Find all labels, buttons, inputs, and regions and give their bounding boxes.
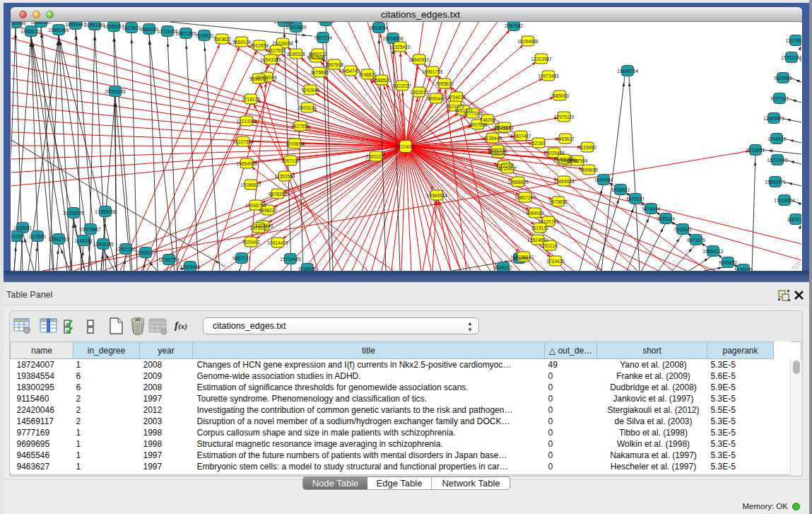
svg-text:1145194: 1145194 [74, 238, 93, 243]
svg-text:16671355: 16671355 [175, 31, 196, 36]
svg-text:1733426: 1733426 [546, 259, 565, 264]
svg-text:11123936: 11123936 [786, 38, 801, 43]
svg-text:2867608: 2867608 [325, 62, 343, 67]
svg-text:8912954: 8912954 [250, 43, 269, 48]
svg-text:29975867: 29975867 [80, 227, 101, 232]
svg-text:8471676: 8471676 [687, 238, 705, 243]
svg-text:3875685: 3875685 [310, 70, 329, 75]
svg-text:5460112: 5460112 [309, 52, 327, 57]
svg-text:16033809: 16033809 [286, 25, 307, 30]
svg-text:2718176: 2718176 [242, 97, 260, 102]
svg-text:2935114: 2935114 [657, 216, 675, 221]
svg-text:2803144: 2803144 [298, 105, 317, 110]
svg-text:1615152: 1615152 [531, 226, 549, 230]
svg-text:8427552: 8427552 [291, 124, 310, 129]
svg-text:12942757: 12942757 [48, 237, 69, 242]
svg-text:3215955: 3215955 [746, 148, 765, 153]
svg-text:7663822: 7663822 [213, 37, 231, 42]
svg-text:16089998: 16089998 [11, 22, 26, 25]
svg-text:9794028: 9794028 [447, 95, 466, 100]
svg-text:18724007: 18724007 [395, 144, 416, 149]
svg-text:7625402: 7625402 [242, 240, 260, 245]
svg-text:12975115: 12975115 [554, 115, 575, 119]
svg-text:19546337: 19546337 [30, 22, 52, 25]
svg-text:9227342: 9227342 [770, 96, 789, 101]
svg-text:13524851: 13524851 [527, 238, 548, 243]
svg-text:17359938: 17359938 [95, 209, 116, 214]
svg-text:23002271: 23002271 [365, 154, 387, 159]
svg-text:3624551: 3624551 [495, 125, 514, 130]
svg-text:1115681: 1115681 [29, 234, 47, 239]
svg-text:1362615: 1362615 [410, 90, 428, 95]
svg-text:10973493: 10973493 [538, 74, 559, 78]
svg-text:16961755: 16961755 [422, 69, 443, 74]
svg-text:10655257: 10655257 [103, 24, 124, 29]
svg-text:4720407: 4720407 [498, 166, 517, 171]
svg-text:14055721: 14055721 [20, 29, 42, 34]
svg-text:12093873: 12093873 [763, 116, 784, 121]
svg-text:6497508: 6497508 [469, 122, 487, 127]
svg-text:9486322: 9486322 [488, 148, 507, 153]
svg-text:9329966: 9329966 [774, 76, 792, 81]
svg-text:9245652: 9245652 [719, 260, 737, 265]
svg-text:1379117: 1379117 [249, 226, 268, 230]
svg-text:20553346: 20553346 [84, 23, 105, 28]
svg-text:8186328: 8186328 [287, 52, 305, 57]
svg-text:9777169: 9777169 [464, 111, 482, 116]
svg-text:8322037: 8322037 [393, 83, 411, 88]
svg-text:9975692: 9975692 [549, 199, 567, 204]
svg-text:19654983: 19654983 [236, 161, 257, 166]
svg-text:10046755: 10046755 [245, 203, 266, 208]
svg-text:8990448: 8990448 [427, 96, 445, 101]
svg-text:16210643: 16210643 [767, 158, 788, 163]
svg-text:10688609: 10688609 [507, 180, 529, 185]
svg-text:12905135: 12905135 [93, 242, 114, 247]
svg-text:2087682: 2087682 [505, 23, 523, 28]
svg-text:12213967: 12213967 [531, 57, 552, 62]
svg-text:7632621: 7632621 [673, 227, 692, 232]
svg-text:6879197: 6879197 [626, 197, 645, 201]
svg-text:7485063: 7485063 [551, 93, 569, 98]
svg-text:15751074: 15751074 [781, 55, 801, 60]
svg-text:13654923: 13654923 [553, 179, 575, 184]
svg-text:10958127: 10958127 [135, 250, 156, 255]
svg-text:4498222: 4498222 [259, 208, 277, 213]
svg-text:8885962: 8885962 [317, 22, 335, 23]
svg-text:9136059: 9136059 [734, 267, 753, 271]
svg-text:252214: 252214 [542, 243, 558, 248]
svg-text:18640910: 18640910 [408, 57, 430, 62]
svg-text:15692971: 15692971 [765, 180, 786, 185]
svg-text:16107554: 16107554 [233, 139, 254, 144]
svg-text:17957255: 17957255 [115, 247, 136, 252]
svg-text:19166827: 19166827 [240, 182, 261, 187]
svg-text:9146821: 9146821 [358, 72, 377, 77]
svg-text:10914479: 10914479 [267, 240, 288, 245]
svg-text:19495790: 19495790 [553, 157, 575, 162]
svg-text:9660124: 9660124 [233, 40, 251, 45]
svg-text:11353594: 11353594 [275, 174, 295, 179]
svg-text:12213389: 12213389 [236, 119, 257, 124]
svg-text:39159: 39159 [11, 234, 23, 239]
svg-text:7515520: 7515520 [195, 33, 213, 38]
svg-text:9463627: 9463627 [556, 136, 575, 141]
svg-text:1527602: 1527602 [122, 25, 141, 30]
svg-text:10654112: 10654112 [703, 249, 724, 254]
svg-text:23226058: 23226058 [272, 41, 293, 46]
svg-text:8267130: 8267130 [281, 158, 300, 163]
svg-text:15716485: 15716485 [280, 257, 301, 262]
svg-text:19384554: 19384554 [426, 193, 447, 198]
svg-text:1167533: 1167533 [787, 217, 801, 222]
svg-text:18807249: 18807249 [514, 195, 536, 200]
svg-text:10807487: 10807487 [510, 134, 531, 139]
svg-text:9327503: 9327503 [267, 48, 286, 53]
svg-text:20053346: 20053346 [105, 89, 126, 94]
svg-text:1640954: 1640954 [594, 177, 613, 182]
svg-text:2136443: 2136443 [483, 136, 502, 141]
svg-text:1835061: 1835061 [13, 226, 32, 230]
svg-text:10120746: 10120746 [538, 219, 559, 224]
svg-text:14136141: 14136141 [513, 255, 534, 259]
svg-text:746266: 746266 [480, 117, 495, 122]
svg-text:1244415: 1244415 [767, 136, 786, 141]
svg-text:16648784: 16648784 [617, 69, 638, 74]
svg-text:8848102: 8848102 [494, 265, 512, 270]
